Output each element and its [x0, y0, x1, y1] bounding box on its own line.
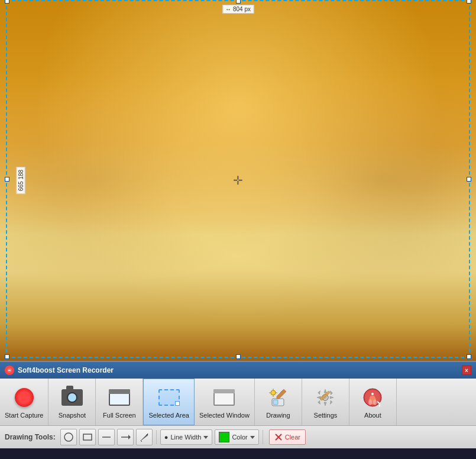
record-icon [15, 388, 34, 407]
color-swatch [219, 432, 229, 442]
drawing-label: Drawing [266, 412, 290, 419]
circle-tool-button[interactable] [60, 429, 77, 445]
color-chevron [250, 436, 255, 439]
width-arrows: ↔ [225, 6, 231, 12]
svg-point-17 [373, 399, 377, 405]
height-indicator: 665 188 [17, 167, 25, 194]
camera-icon [61, 389, 83, 406]
color-dropdown[interactable]: Color [215, 429, 258, 445]
fullscreen-icon [109, 389, 130, 406]
selected-area-icon-area [157, 386, 181, 409]
about-icon-area [361, 386, 384, 409]
about-icon [362, 387, 383, 408]
settings-label: Settings [314, 412, 338, 419]
svg-marker-22 [128, 435, 131, 439]
pen-draw-icon [139, 432, 150, 442]
color-label: Color [232, 434, 247, 441]
settings-icon-area [313, 386, 337, 409]
titlebar: Soft4boost Screen Recorder × [0, 362, 476, 379]
toolbar: Soft4boost Screen Recorder × Start Captu… [0, 361, 476, 448]
clear-label: Clear [285, 434, 300, 441]
snapshot-button[interactable]: Snapshot [48, 379, 96, 425]
drawing-tools-row: Drawing Tools: [0, 426, 476, 448]
about-button[interactable]: About [349, 379, 397, 425]
svg-point-18 [64, 433, 73, 441]
line-tool-button[interactable] [98, 429, 115, 445]
app-icon [5, 366, 14, 375]
start-capture-label: Start Capture [5, 412, 43, 419]
svg-rect-3 [273, 400, 278, 405]
selected-area-icon [158, 389, 180, 406]
drawing-icon [267, 387, 289, 408]
circle-draw-icon [63, 432, 74, 442]
selected-window-button[interactable]: Selected Window [195, 379, 255, 425]
color-separator [263, 430, 263, 444]
line-width-dropdown[interactable]: ● Line Width [160, 429, 213, 445]
clear-button[interactable]: Clear [269, 429, 306, 445]
svg-point-5 [271, 390, 276, 395]
drawing-icon-area [266, 386, 290, 409]
snapshot-label: Snapshot [59, 412, 86, 419]
drawing-button[interactable]: Drawing [255, 379, 302, 425]
drawing-tools-label: Drawing Tools: [5, 433, 56, 441]
start-capture-button[interactable]: Start Capture [0, 379, 48, 425]
full-screen-label: Full Screen [103, 412, 136, 419]
start-capture-icon-area [12, 386, 36, 409]
selected-area-button[interactable]: Selected Area [143, 379, 195, 425]
arrow-draw-icon [120, 432, 131, 442]
main-buttons-row: Start Capture Snapshot Full Screen Selec… [0, 379, 476, 426]
settings-button[interactable]: Settings [302, 379, 349, 425]
selected-window-icon-area [212, 386, 236, 409]
line-draw-icon [101, 432, 112, 442]
svg-line-24 [141, 441, 142, 442]
selected-window-label: Selected Window [199, 412, 250, 419]
selected-area-label: Selected Area [148, 412, 189, 419]
arrow-tool-button[interactable] [117, 429, 134, 445]
line-width-chevron [203, 436, 208, 439]
close-button[interactable]: × [462, 366, 471, 375]
about-label: About [364, 412, 381, 419]
fullscreen-icon-area [108, 386, 131, 409]
line-width-dot: ● [164, 434, 169, 441]
settings-icon [315, 387, 336, 408]
photo-background [0, 0, 476, 361]
full-screen-button[interactable]: Full Screen [96, 379, 143, 425]
svg-point-14 [371, 393, 374, 395]
pen-tool-button[interactable] [136, 429, 153, 445]
rectangle-tool-button[interactable] [79, 429, 96, 445]
snapshot-icon-area [60, 386, 84, 409]
rect-draw-icon [82, 432, 93, 442]
app-title: Soft4boost Screen Recorder [18, 366, 462, 374]
width-indicator: ↔ 804 px [222, 5, 254, 14]
svg-rect-1 [8, 370, 11, 371]
canvas-area: ↔ 804 px 665 188 ✛ [0, 0, 476, 361]
line-width-label: Line Width [170, 434, 201, 441]
tools-separator [156, 430, 157, 444]
selected-window-icon [213, 389, 235, 406]
svg-point-16 [368, 399, 372, 405]
svg-rect-19 [83, 434, 92, 440]
clear-icon [274, 433, 283, 441]
